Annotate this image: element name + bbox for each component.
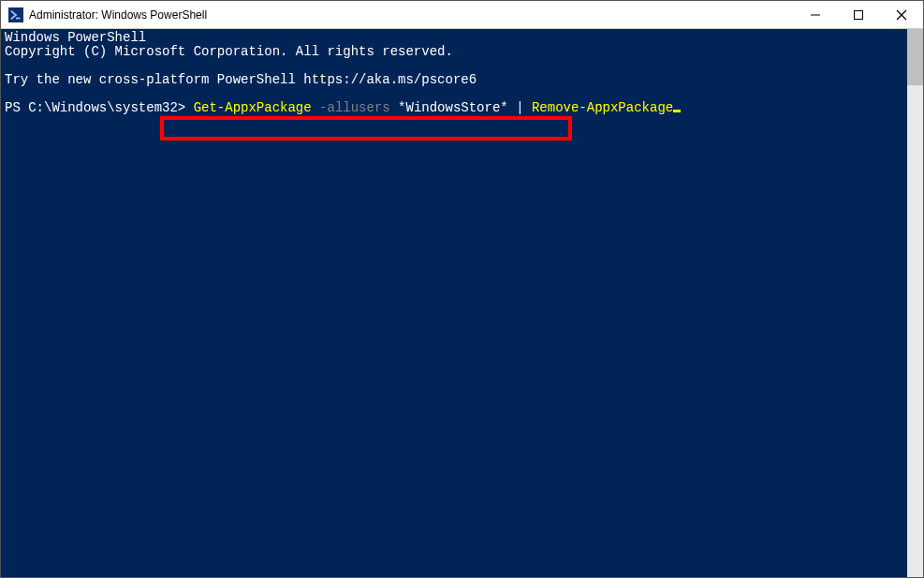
cmd-flag-allusers: -allusers <box>319 100 390 115</box>
cmd-arg-windowsstore: *WindowsStore* <box>398 100 508 115</box>
prompt: PS C:\Windows\system32> <box>5 100 194 115</box>
vertical-scrollbar[interactable] <box>907 29 923 577</box>
window-title: Administrator: Windows PowerShell <box>29 8 207 22</box>
cmd-remove-appxpackage: Remove-AppxPackage <box>532 100 673 115</box>
svg-rect-1 <box>855 10 863 19</box>
window-controls <box>794 1 923 28</box>
cmd-get-appxpackage: Get-AppxPackage <box>194 100 312 115</box>
terminal-client-area: Windows PowerShell Copyright (C) Microso… <box>1 29 923 577</box>
line-2: Copyright (C) Microsoft Corporation. All… <box>5 44 453 59</box>
terminal-output[interactable]: Windows PowerShell Copyright (C) Microso… <box>1 29 907 577</box>
line-4: Try the new cross-platform PowerShell ht… <box>5 72 477 87</box>
cmd-space <box>312 100 319 115</box>
line-1: Windows PowerShell <box>5 30 146 45</box>
maximize-button[interactable] <box>837 1 880 28</box>
cmd-space <box>390 100 398 115</box>
scrollbar-thumb[interactable] <box>907 29 923 85</box>
text-cursor <box>673 110 681 112</box>
cmd-space <box>508 100 516 115</box>
powershell-icon <box>8 7 23 22</box>
cmd-space <box>524 100 532 115</box>
titlebar[interactable]: Administrator: Windows PowerShell <box>1 1 923 29</box>
minimize-button[interactable] <box>794 1 837 28</box>
close-button[interactable] <box>880 1 923 28</box>
cmd-pipe: | <box>516 100 523 115</box>
powershell-window: Administrator: Windows PowerShell Window… <box>0 0 924 578</box>
